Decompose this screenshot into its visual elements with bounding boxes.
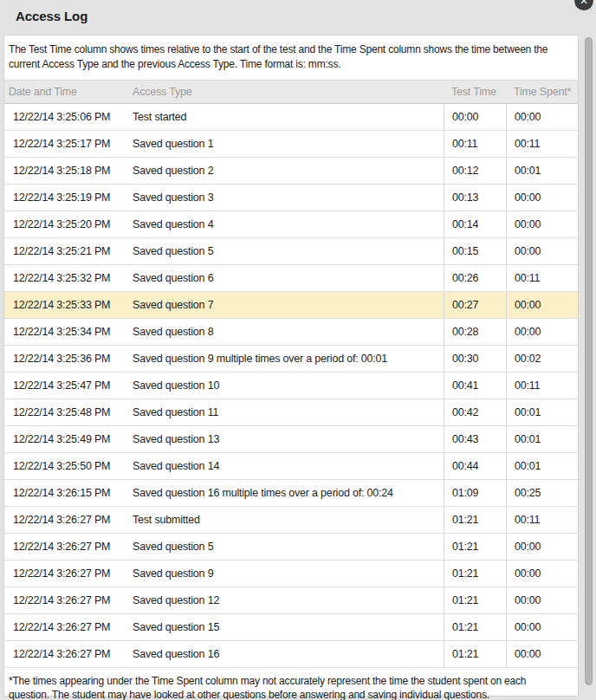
table-row: 12/22/14 3:26:27 PM Test submitted 01:21… xyxy=(4,507,578,534)
table-row: 12/22/14 3:25:48 PM Saved question 11 00… xyxy=(4,399,578,426)
cell-access-type: Saved question 15 xyxy=(127,621,444,633)
footnote-text: *The times appearing under the Time Spen… xyxy=(4,668,578,700)
cell-date-and-time: 12/22/14 3:25:06 PM xyxy=(4,111,127,123)
cell-test-time: 00:28 xyxy=(444,319,506,345)
table-row: 12/22/14 3:26:27 PM Saved question 16 01… xyxy=(4,641,578,668)
cell-date-and-time: 12/22/14 3:26:27 PM xyxy=(4,514,127,526)
cell-date-and-time: 12/22/14 3:26:27 PM xyxy=(4,594,127,606)
table-row: 12/22/14 3:25:36 PM Saved question 9 mul… xyxy=(4,346,578,373)
table-row: 12/22/14 3:25:49 PM Saved question 13 00… xyxy=(4,426,578,453)
cell-time-spent: 00:00 xyxy=(506,185,578,211)
column-header-date-and-time: Date and Time xyxy=(4,86,127,98)
cell-date-and-time: 12/22/14 3:26:27 PM xyxy=(4,541,127,553)
cell-test-time: 00:44 xyxy=(444,453,506,479)
table-row: 12/22/14 3:25:17 PM Saved question 1 00:… xyxy=(4,131,578,158)
description-text: The Test Time column shows times relativ… xyxy=(4,36,578,80)
cell-date-and-time: 12/22/14 3:26:27 PM xyxy=(4,567,127,580)
cell-test-time: 00:13 xyxy=(444,185,506,211)
cell-test-time: 01:09 xyxy=(444,480,506,506)
cell-time-spent: 00:00 xyxy=(506,319,578,345)
cell-date-and-time: 12/22/14 3:26:27 PM xyxy=(4,648,127,660)
cell-test-time: 00:42 xyxy=(444,399,506,425)
cell-test-time: 00:15 xyxy=(444,238,506,264)
table-header-row: Date and Time Access Type Test Time Time… xyxy=(4,80,578,104)
cell-access-type: Saved question 4 xyxy=(127,218,444,230)
cell-access-type: Saved question 9 xyxy=(127,567,444,580)
cell-access-type: Saved question 9 multiple times over a p… xyxy=(127,353,444,365)
table-row: 12/22/14 3:26:27 PM Saved question 9 01:… xyxy=(4,561,578,587)
cell-access-type: Saved question 2 xyxy=(127,165,444,177)
table-body: 12/22/14 3:25:06 PM Test started 00:00 0… xyxy=(4,104,578,668)
cell-access-type: Saved question 3 xyxy=(127,191,444,204)
table-row: 12/22/14 3:25:50 PM Saved question 14 00… xyxy=(4,453,578,480)
cell-access-type: Saved question 5 xyxy=(127,245,444,257)
column-header-access-type: Access Type xyxy=(127,86,444,98)
cell-time-spent: 00:00 xyxy=(506,587,578,613)
cell-access-type: Test started xyxy=(127,111,444,123)
table-row: 12/22/14 3:26:15 PM Saved question 16 mu… xyxy=(4,480,578,507)
cell-access-type: Saved question 1 xyxy=(127,138,444,150)
cell-access-type: Saved question 6 xyxy=(127,272,444,284)
cell-test-time: 00:12 xyxy=(444,158,506,184)
table-row: 12/22/14 3:25:19 PM Saved question 3 00:… xyxy=(4,185,578,211)
cell-access-type: Saved question 13 xyxy=(127,433,444,445)
cell-time-spent: 00:00 xyxy=(506,238,578,264)
cell-access-type: Saved question 12 xyxy=(127,594,444,606)
cell-time-spent: 00:01 xyxy=(506,158,578,184)
table-row: 12/22/14 3:25:47 PM Saved question 10 00… xyxy=(4,373,578,399)
cell-test-time: 00:27 xyxy=(444,292,506,318)
cell-test-time: 00:43 xyxy=(444,426,506,452)
cell-date-and-time: 12/22/14 3:25:49 PM xyxy=(4,433,127,445)
table-row: 12/22/14 3:25:20 PM Saved question 4 00:… xyxy=(4,211,578,238)
cell-time-spent: 00:00 xyxy=(506,534,578,560)
cell-time-spent: 00:11 xyxy=(506,507,578,533)
cell-date-and-time: 12/22/14 3:25:33 PM xyxy=(4,299,127,311)
cell-test-time: 00:11 xyxy=(444,131,506,157)
cell-date-and-time: 12/22/14 3:25:47 PM xyxy=(4,379,127,392)
cell-date-and-time: 12/22/14 3:25:17 PM xyxy=(4,138,127,150)
table-row: 12/22/14 3:26:27 PM Saved question 15 01… xyxy=(4,614,578,641)
access-log-panel: The Test Time column shows times relativ… xyxy=(3,35,579,697)
cell-date-and-time: 12/22/14 3:25:36 PM xyxy=(4,353,127,365)
table-row: 12/22/14 3:25:06 PM Test started 00:00 0… xyxy=(4,104,578,131)
cell-date-and-time: 12/22/14 3:26:27 PM xyxy=(4,621,127,633)
cell-time-spent: 00:01 xyxy=(506,453,578,479)
cell-time-spent: 00:01 xyxy=(506,399,578,425)
cell-time-spent: 00:11 xyxy=(506,131,578,157)
cell-time-spent: 00:00 xyxy=(506,614,578,640)
dialog-titlebar: Access Log xyxy=(0,0,596,35)
cell-date-and-time: 12/22/14 3:25:48 PM xyxy=(4,406,127,418)
cell-test-time: 00:41 xyxy=(444,373,506,399)
cell-date-and-time: 12/22/14 3:25:19 PM xyxy=(4,191,127,204)
cell-access-type: Test submitted xyxy=(127,514,444,526)
cell-date-and-time: 12/22/14 3:26:15 PM xyxy=(4,487,127,499)
cell-test-time: 01:21 xyxy=(444,561,506,587)
cell-access-type: Saved question 14 xyxy=(127,460,444,472)
cell-time-spent: 00:02 xyxy=(506,346,578,372)
cell-access-type: Saved question 11 xyxy=(127,406,444,418)
cell-time-spent: 00:01 xyxy=(506,426,578,452)
scrollbar-track xyxy=(579,35,596,700)
table-row: 12/22/14 3:25:34 PM Saved question 8 00:… xyxy=(4,319,578,346)
cell-time-spent: 00:00 xyxy=(506,561,578,587)
cell-time-spent: 00:00 xyxy=(506,641,578,667)
cell-access-type: Saved question 16 multiple times over a … xyxy=(127,487,444,499)
column-header-test-time: Test Time xyxy=(444,86,506,98)
cell-test-time: 01:21 xyxy=(444,587,506,613)
cell-access-type: Saved question 5 xyxy=(127,541,444,553)
cell-time-spent: 00:00 xyxy=(506,104,578,130)
cell-date-and-time: 12/22/14 3:25:32 PM xyxy=(4,272,127,284)
cell-date-and-time: 12/22/14 3:25:21 PM xyxy=(4,245,127,257)
column-header-time-spent: Time Spent* xyxy=(506,86,578,98)
dialog-title: Access Log xyxy=(16,9,87,23)
cell-test-time: 00:30 xyxy=(444,346,506,372)
cell-access-type: Saved question 8 xyxy=(127,326,444,338)
scrollbar-thumb[interactable] xyxy=(585,37,593,685)
cell-test-time: 01:21 xyxy=(444,614,506,640)
table-row: 12/22/14 3:25:21 PM Saved question 5 00:… xyxy=(4,238,578,265)
cell-time-spent: 00:00 xyxy=(506,292,578,318)
cell-date-and-time: 12/22/14 3:25:20 PM xyxy=(4,218,127,230)
table-row: 12/22/14 3:26:27 PM Saved question 12 01… xyxy=(4,587,578,614)
cell-date-and-time: 12/22/14 3:25:34 PM xyxy=(4,326,127,338)
cell-time-spent: 00:25 xyxy=(506,480,578,506)
